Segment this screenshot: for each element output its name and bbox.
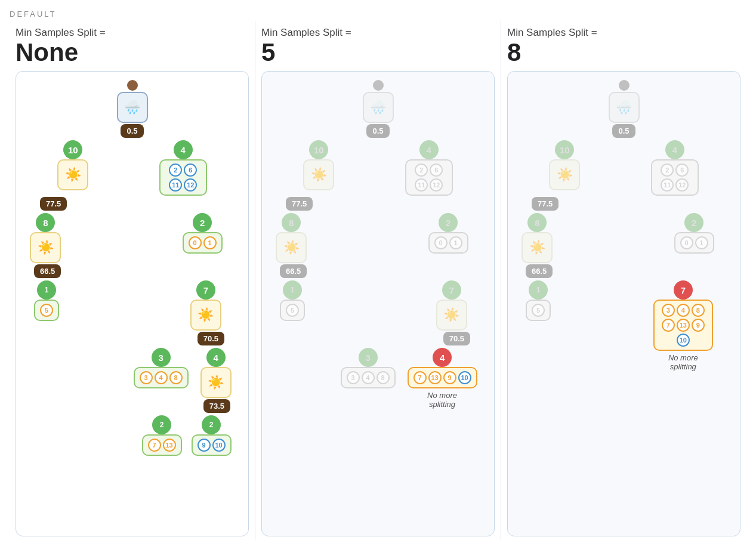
leaf-7-13-none: 7 13 — [142, 434, 182, 456]
leaf-3-4-8-none: 3 4 8 — [134, 367, 189, 388]
circle-3-none: 3 — [152, 348, 171, 367]
badge-0-5: 0 — [434, 236, 448, 249]
circle-2a-8: 2 — [684, 213, 703, 232]
tree-8: 🌧️ 0.5 10 ☀️ 4 2 6 11 — [507, 71, 740, 536]
circle-8-8: 8 — [527, 213, 547, 232]
badge-8: 8 — [169, 371, 183, 384]
circle-8-5: 8 — [282, 213, 301, 232]
val-73-5-none: 73.5 — [203, 399, 230, 413]
panel-8-value: 8 — [507, 40, 740, 65]
rain-node-5: 🌧️ — [363, 92, 394, 123]
panel-8-title: Min Samples Split = — [507, 27, 740, 39]
badge-13-5: 13 — [428, 371, 442, 384]
leaf-0-1-none: 0 1 — [183, 232, 223, 254]
badge-9-8: 9 — [692, 319, 705, 332]
circle-4a-5: 4 — [419, 140, 439, 159]
badge-3-5: 3 — [347, 371, 360, 384]
val-77-5-none: 77.5 — [40, 197, 67, 211]
val-70-5-5: 70.5 — [443, 332, 470, 345]
circle-8-none: 8 — [36, 213, 55, 232]
badge-0: 0 — [189, 236, 202, 249]
sun-node-2-5: ☀️ — [276, 232, 307, 263]
leaf-0-1-8: 0 1 — [674, 232, 714, 254]
badge-10-5: 10 — [458, 371, 471, 384]
leaf-big-8: 3 4 8 7 13 9 10 — [653, 300, 713, 351]
badge-4-5: 4 — [362, 371, 375, 384]
badge-5-5: 5 — [286, 304, 299, 317]
sun-node-4-none: ☀️ — [200, 367, 232, 398]
circle-10-none: 10 — [63, 140, 82, 159]
circle-1-5: 1 — [283, 280, 302, 300]
badge-12-8: 12 — [675, 178, 689, 192]
badge-3-8: 3 — [662, 304, 675, 317]
circle-10-5: 10 — [309, 140, 328, 159]
no-split-text-8: No more splitting — [668, 353, 698, 371]
circle-1-8: 1 — [529, 280, 548, 300]
leaf-2-6-none: 2 6 11 12 — [159, 159, 207, 196]
tree-5: 🌧️ 0.5 10 ☀️ 4 2 6 11 — [261, 71, 495, 536]
badge-2-5: 2 — [415, 163, 428, 177]
badge-13-8: 13 — [677, 319, 690, 332]
circle-2a-none: 2 — [193, 213, 212, 232]
val-77-5-8: 77.5 — [532, 197, 558, 211]
badge-8-5: 8 — [377, 371, 390, 384]
badge-11-5: 11 — [415, 178, 428, 192]
panel-none-title: Min Samples Split = — [16, 27, 249, 39]
panel-8: Min Samples Split = 8 🌧️ 0.5 10 ☀️ 4 — [501, 21, 746, 540]
leaf-5-none: 5 — [34, 300, 59, 321]
trunk-5 — [373, 80, 384, 91]
leaf-2-6-5: 2 6 11 12 — [405, 159, 453, 196]
badge-9-5: 9 — [443, 371, 456, 384]
panel-5: Min Samples Split = 5 🌧️ 0.5 10 ☀️ 4 — [255, 21, 501, 540]
badge-10-8: 10 — [677, 334, 690, 347]
badge-0-8: 0 — [680, 236, 693, 249]
badge-12-5: 12 — [430, 178, 443, 192]
val-77-5-5: 77.5 — [286, 197, 313, 211]
circle-4a-8: 4 — [665, 140, 684, 159]
badge-7-8: 7 — [662, 319, 675, 332]
leaf-5-8: 5 — [526, 300, 551, 321]
panel-none: Min Samples Split = None 🌧️ 0.5 10 — [10, 21, 255, 540]
sun-node-1-5: ☀️ — [303, 159, 334, 190]
rain-node-none: 🌧️ — [117, 92, 148, 123]
no-split-text-5: No more splitting — [427, 391, 457, 409]
val-0-5-none: 0.5 — [121, 124, 143, 138]
circle-2a-5: 2 — [439, 213, 458, 232]
circle-3-5: 3 — [359, 348, 378, 367]
sun-node-1-8: ☀️ — [549, 159, 580, 190]
circle-4b-none: 4 — [206, 348, 226, 367]
circle-1-none: 1 — [37, 280, 56, 300]
sun-node-1-none: ☀️ — [57, 159, 88, 190]
panel-5-value: 5 — [261, 40, 495, 65]
badge-2-8: 2 — [661, 163, 674, 177]
panels-container: Min Samples Split = None 🌧️ 0.5 10 — [10, 21, 746, 540]
val-66-5-8: 66.5 — [526, 264, 553, 278]
badge-2: 2 — [169, 163, 182, 177]
badge-1: 1 — [203, 236, 217, 249]
val-0-5-5: 0.5 — [366, 124, 389, 138]
badge-9: 9 — [198, 439, 211, 452]
val-66-5-5: 66.5 — [280, 264, 307, 278]
tree-none: 🌧️ 0.5 10 ☀️ 4 2 — [16, 71, 249, 536]
badge-13: 13 — [163, 439, 176, 452]
val-70-5-none: 70.5 — [198, 332, 224, 345]
badge-5: 5 — [40, 304, 53, 317]
circle-7-5: 7 — [442, 280, 461, 300]
badge-8b-8: 8 — [692, 304, 705, 317]
leaf-2-6-8: 2 6 11 12 — [651, 159, 699, 196]
val-66-5-none: 66.5 — [34, 264, 61, 278]
sun-node-2-8: ☀️ — [522, 232, 553, 263]
leaf-9-10-none: 9 10 — [192, 434, 232, 456]
badge-3: 3 — [140, 371, 153, 384]
badge-7: 7 — [148, 439, 161, 452]
sun-node-3-none: ☀️ — [190, 300, 221, 331]
page-wrapper: DEFAULT Min Samples Split = None 🌧️ 0.5 — [10, 10, 746, 540]
circle-10-8: 10 — [555, 140, 574, 159]
badge-4: 4 — [155, 371, 168, 384]
leaf-3-4-8-5: 3 4 8 — [341, 367, 396, 388]
panel-5-title: Min Samples Split = — [261, 27, 495, 39]
circle-2c-none: 2 — [202, 415, 221, 434]
leaf-5-5: 5 — [280, 300, 305, 321]
badge-1-8: 1 — [695, 236, 708, 249]
sun-node-3-5: ☀️ — [436, 300, 467, 331]
